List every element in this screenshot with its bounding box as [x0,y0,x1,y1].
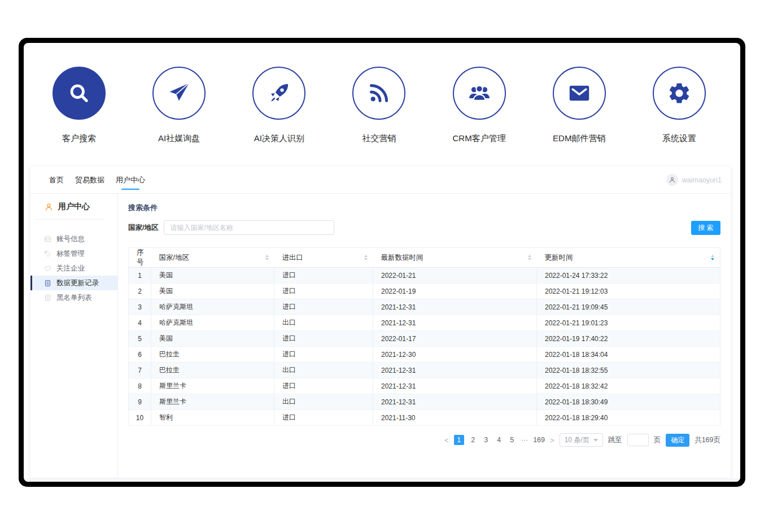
table-header-row: 序号国家/地区进出口最新数据时间更新时间 [129,248,720,268]
prev-page-button[interactable]: < [444,436,449,444]
page-button-169[interactable]: 169 [533,435,545,445]
pagination-ellipsis[interactable]: ··· [521,436,528,444]
sidebar-item-data-update-records[interactable]: 数据更新记录 [30,276,117,290]
cell-update-time: 2022-01-18 18:30:49 [537,394,720,410]
module-label: 系统设置 [662,133,696,144]
sidebar-item-label: 标签管理 [56,249,85,259]
column-header-trade-type[interactable]: 进出口 [274,248,373,268]
sidebar-title: 用户中心 [58,202,90,212]
table-row: 10智利进口2021-11-302022-01-18 18:29:40 [129,410,720,426]
column-header-serial: 序号 [129,248,151,268]
cell-update-time: 2022-01-18 18:32:55 [537,363,720,378]
country-label: 国家/地区 [128,223,158,233]
module-label: CRM客户管理 [453,133,506,144]
confirm-button[interactable]: 确定 [666,434,689,447]
cell-latest-data-time: 2021-12-31 [373,315,537,331]
page-button-4[interactable]: 4 [495,435,503,445]
cell-update-time: 2022-01-21 19:01:23 [537,315,720,331]
module-search[interactable]: 客户搜索 [45,67,113,144]
module-paper-plane[interactable]: AI社媒询盘 [145,67,213,144]
cell-country: 巴拉圭 [151,363,274,378]
sidebar-header: 用户中心 [44,202,117,212]
cell-serial: 3 [129,299,151,315]
page-unit-label: 页 [654,435,661,445]
cell-update-time: 2022-01-18 18:34:04 [537,347,720,363]
table-row: 8斯里兰卡进口2021-12-312022-01-18 18:32:42 [129,378,720,394]
device-frame: 客户搜索AI社媒询盘AI决策人识别社交营销CRM客户管理EDM邮件营销系统设置 … [19,38,745,487]
envelope-icon [553,67,606,120]
jump-page-input[interactable] [627,434,649,446]
tab-home[interactable]: 首页 [49,167,64,194]
sort-icon[interactable] [528,255,531,260]
sidebar-item-blacklist[interactable]: 黑名单列表 [30,290,117,305]
module-label: AI社媒询盘 [158,133,200,144]
table-row: 2美国进口2022-01-192022-01-21 19:12:03 [129,284,720,299]
sort-icon[interactable] [364,255,368,260]
cell-serial: 5 [129,331,151,347]
table-row: 6巴拉圭进口2021-12-302022-01-18 18:34:04 [129,347,720,363]
user-chip[interactable]: waimaoyun1 [666,174,722,186]
cell-trade-type: 进口 [274,299,373,315]
cell-latest-data-time: 2021-12-31 [373,299,537,315]
sidebar-item-account-info[interactable]: 账号信息 [30,232,117,246]
page-button-2[interactable]: 2 [469,435,477,445]
page-size-value: 10 条/页 [565,435,589,445]
page-button-5[interactable]: 5 [508,435,516,445]
module-rss[interactable]: 社交营销 [345,67,413,144]
cell-update-time: 2022-01-18 18:29:40 [537,410,720,426]
tab-trade-data[interactable]: 贸易数据 [75,167,104,194]
page-size-select[interactable]: 10 条/页 [560,433,603,447]
search-form: 国家/地区 搜 索 [128,220,720,235]
table-row: 1美国进口2022-01-212022-01-24 17:33:22 [129,268,720,284]
cell-update-time: 2022-01-19 17:40:22 [537,331,720,347]
sort-icon[interactable] [711,255,714,260]
sidebar-item-tag-management[interactable]: 标签管理 [30,246,117,261]
search-button[interactable]: 搜 索 [691,221,720,235]
cell-latest-data-time: 2021-11-30 [373,410,537,426]
country-input[interactable] [164,220,334,235]
cell-trade-type: 进口 [274,410,373,426]
cell-latest-data-time: 2021-12-31 [373,363,537,378]
cell-trade-type: 出口 [274,394,373,410]
cell-update-time: 2022-01-24 17:33:22 [537,268,720,284]
table-row: 4哈萨克斯坦出口2021-12-312022-01-21 19:01:23 [129,315,720,331]
cell-country: 斯里兰卡 [151,378,274,394]
table-row: 9斯里兰卡出口2021-12-312022-01-18 18:30:49 [129,394,720,410]
gear-icon [653,67,706,120]
module-envelope[interactable]: EDM邮件营销 [545,67,613,144]
page-button-1[interactable]: 1 [454,435,464,445]
column-header-latest-data-time[interactable]: 最新数据时间 [373,248,537,268]
page-button-3[interactable]: 3 [482,435,490,445]
sort-icon[interactable] [265,255,269,260]
tab-user-center[interactable]: 用户中心 [116,167,145,194]
id-card-icon [44,236,51,243]
module-gear[interactable]: 系统设置 [645,67,713,144]
next-page-button[interactable]: > [550,436,554,444]
module-users[interactable]: CRM客户管理 [445,67,513,144]
cell-country: 美国 [151,284,274,299]
cell-trade-type: 出口 [274,315,373,331]
cell-latest-data-time: 2021-12-30 [373,347,537,363]
cell-country: 斯里兰卡 [151,394,274,410]
sidebar-item-label: 黑名单列表 [56,293,92,303]
cell-latest-data-time: 2021-12-31 [373,378,537,394]
column-header-country[interactable]: 国家/地区 [151,248,274,268]
module-nav: 客户搜索AI社媒询盘AI决策人识别社交营销CRM客户管理EDM邮件营销系统设置 [45,67,713,144]
cell-serial: 4 [129,315,151,331]
total-pages-label: 共169页 [695,435,720,445]
cell-latest-data-time: 2021-12-31 [373,394,537,410]
cell-serial: 9 [129,394,151,410]
module-rocket[interactable]: AI决策人识别 [245,67,313,144]
user-avatar-icon [666,174,678,186]
bottom-strip [24,478,740,482]
cell-latest-data-time: 2022-01-17 [373,331,537,347]
sidebar-item-followed-companies[interactable]: 关注企业 [30,261,117,276]
cell-serial: 7 [129,363,151,378]
module-label: 社交营销 [362,133,396,144]
chevron-down-icon [593,439,598,442]
column-header-update-time[interactable]: 更新时间 [537,248,720,268]
sidebar: 用户中心 账号信息标签管理关注企业数据更新记录黑名单列表 [30,194,118,477]
app-window: 客户搜索AI社媒询盘AI决策人识别社交营销CRM客户管理EDM邮件营销系统设置 … [24,43,740,482]
rocket-icon [252,67,305,120]
cell-trade-type: 进口 [274,268,373,284]
